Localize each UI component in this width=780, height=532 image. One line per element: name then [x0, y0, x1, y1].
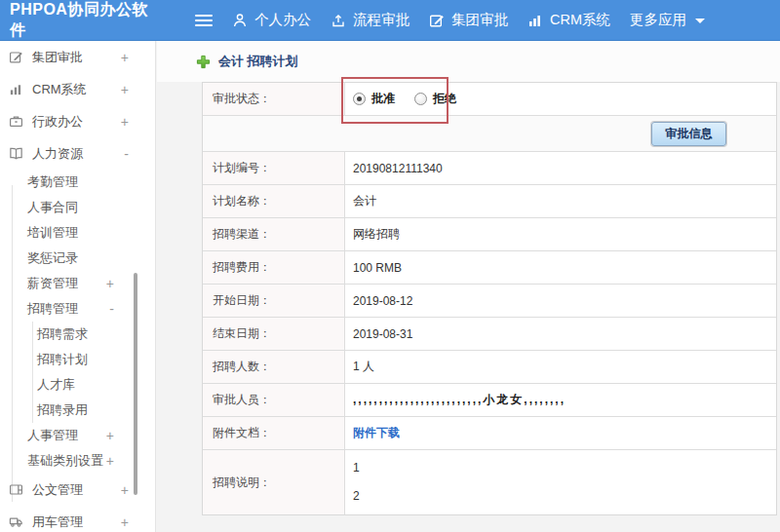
field-row-description: 招聘说明： 1 2 — [203, 450, 776, 514]
workflow-icon — [331, 13, 346, 28]
expand-toggle[interactable]: + — [121, 514, 129, 530]
field-row-start-date: 开始日期： 2019-08-12 — [203, 285, 776, 318]
field-label: 开始日期： — [203, 285, 345, 317]
field-label: 招聘费用： — [203, 251, 345, 284]
field-row-end-date: 结束日期： 2019-08-31 — [203, 318, 776, 351]
field-value: 2019-08-31 — [345, 318, 776, 350]
field-label: 审批人员： — [203, 384, 345, 416]
expand-toggle[interactable]: + — [106, 453, 114, 469]
sidebar-item-basic-category-settings[interactable]: 基础类别设置 + — [0, 448, 155, 474]
sidebar-item-label: 用车管理 — [32, 513, 83, 531]
description-line: 1 — [353, 454, 360, 482]
expand-toggle[interactable]: + — [106, 276, 114, 291]
nav-item-workflow-approval[interactable]: 流程审批 — [331, 11, 410, 29]
sidebar-item-label: 人事合同 — [27, 199, 78, 216]
sidebar-item-personnel-mgmt[interactable]: 人事管理 + — [0, 423, 155, 448]
field-row-recruit-channel: 招聘渠道： 网络招聘 — [203, 218, 776, 251]
page-title-text: 会计 招聘计划 — [218, 53, 298, 70]
sidebar: 集团审批 + CRM系统 + 行政办公 + 人力资源 - 考勤管理 — [0, 41, 156, 532]
field-label: 计划名称： — [203, 185, 345, 217]
sidebar-item-label: 人才库 — [37, 376, 75, 394]
edit-icon — [8, 50, 23, 64]
sidebar-item-document-mgmt[interactable]: 公文管理 + — [0, 474, 155, 506]
app-title: PHPOA协同办公软件 — [0, 0, 156, 41]
content-title-strip: 会计 招聘计划 — [157, 41, 780, 82]
sidebar-item-label: 招聘录用 — [37, 401, 88, 419]
expand-toggle[interactable]: + — [121, 114, 129, 130]
caret-down-icon — [695, 19, 705, 23]
field-row-plan-name: 计划名称： 会计 — [203, 185, 776, 218]
field-value: 会计 — [345, 185, 776, 217]
top-header: PHPOA协同办公软件 个人办公 流程审批 集团审批 CRM系统 — [0, 0, 780, 41]
field-value: 100 RMB — [345, 251, 776, 284]
annotation-box — [341, 77, 448, 124]
nav-item-personal-office[interactable]: 个人办公 — [232, 11, 311, 29]
barchart-icon — [8, 82, 23, 96]
menu-icon[interactable] — [195, 12, 213, 29]
barchart-icon — [527, 13, 543, 28]
expand-toggle[interactable]: + — [106, 428, 114, 443]
sidebar-item-hr-contracts[interactable]: 人事合同 — [0, 195, 155, 220]
add-plus-icon — [196, 55, 211, 69]
sidebar-item-human-resources[interactable]: 人力资源 - — [0, 137, 155, 170]
field-label: 招聘人数： — [203, 351, 345, 383]
field-row-approval-status: 审批状态： 批准 拒绝 — [203, 83, 776, 116]
nav-label: 集团审批 — [451, 11, 508, 29]
user-icon — [232, 13, 248, 28]
sidebar-item-recruitment-hiring[interactable]: 招聘录用 — [0, 398, 155, 423]
sidebar-item-salary-mgmt[interactable]: 薪资管理 + — [0, 271, 155, 296]
collapse-toggle[interactable]: - — [109, 301, 114, 317]
sidebar-item-group-approval[interactable]: 集团审批 + — [0, 41, 155, 73]
briefcase-icon — [8, 114, 23, 129]
sidebar-item-recruitment-mgmt[interactable]: 招聘管理 - — [0, 296, 155, 322]
sidebar-item-recruitment-needs[interactable]: 招聘需求 — [0, 322, 155, 347]
sidebar-scrollbar[interactable] — [134, 273, 137, 495]
sidebar-item-admin-office[interactable]: 行政办公 + — [0, 105, 155, 137]
edit-icon — [429, 13, 445, 28]
sidebar-item-label: 公文管理 — [32, 481, 83, 499]
field-label: 招聘渠道： — [203, 218, 345, 250]
sidebar-item-training-mgmt[interactable]: 培训管理 — [0, 220, 155, 246]
field-label: 结束日期： — [203, 318, 345, 350]
field-row-attachment: 附件文档： 附件下载 — [203, 417, 776, 450]
nav-label: CRM系统 — [550, 11, 610, 29]
expand-toggle[interactable]: + — [121, 82, 129, 97]
field-value: 2019-08-12 — [345, 285, 776, 317]
description-line: 2 — [353, 482, 360, 511]
nav-item-crm-system[interactable]: CRM系统 — [527, 11, 610, 29]
field-value: 20190812111340 — [345, 152, 776, 184]
button-row: 审批信息 — [203, 116, 776, 152]
sidebar-item-label: 集团审批 — [32, 49, 83, 66]
field-value: 网络招聘 — [345, 218, 776, 250]
sidebar-item-label: 招聘需求 — [37, 325, 88, 343]
field-row-headcount: 招聘人数： 1 人 — [203, 351, 776, 384]
sidebar-item-talent-pool[interactable]: 人才库 — [0, 372, 155, 398]
sidebar-item-label: 奖惩记录 — [27, 249, 78, 267]
approval-info-button[interactable]: 审批信息 — [651, 122, 726, 146]
sidebar-item-label: 考勤管理 — [27, 173, 78, 191]
app-window: PHPOA协同办公软件 个人办公 流程审批 集团审批 CRM系统 — [0, 0, 780, 532]
expand-toggle[interactable]: + — [121, 50, 129, 65]
field-label: 审批状态： — [203, 83, 345, 115]
field-label: 计划编号： — [203, 152, 345, 184]
sidebar-item-attendance-mgmt[interactable]: 考勤管理 — [0, 170, 155, 195]
nav-label: 更多应用 — [630, 11, 686, 29]
nav-item-more-apps[interactable]: 更多应用 — [630, 11, 705, 29]
sidebar-item-recruitment-plan[interactable]: 招聘计划 — [0, 347, 155, 372]
attachment-cell: 附件下载 — [345, 417, 776, 449]
field-label: 附件文档： — [203, 417, 345, 449]
attachment-download-link[interactable]: 附件下载 — [353, 425, 400, 441]
sidebar-item-label: 人力资源 — [32, 145, 83, 163]
sidebar-item-label: 招聘计划 — [37, 351, 88, 368]
nav-label: 流程审批 — [353, 11, 410, 29]
sidebar-item-crm-system[interactable]: CRM系统 + — [0, 73, 155, 105]
expand-toggle[interactable]: + — [121, 482, 129, 498]
sidebar-item-vehicle-mgmt[interactable]: 用车管理 + — [0, 506, 155, 532]
sidebar-item-rewards-records[interactable]: 奖惩记录 — [0, 246, 155, 271]
nav-item-group-approval[interactable]: 集团审批 — [429, 11, 508, 29]
document-icon — [8, 482, 23, 497]
truck-icon — [8, 514, 23, 529]
collapse-toggle[interactable]: - — [124, 146, 129, 162]
sidebar-item-label: CRM系统 — [32, 81, 87, 98]
field-value: ,,,,,,,,,,,,,,,,,,,,,,,,,小龙女,,,,,,,, — [345, 384, 776, 416]
